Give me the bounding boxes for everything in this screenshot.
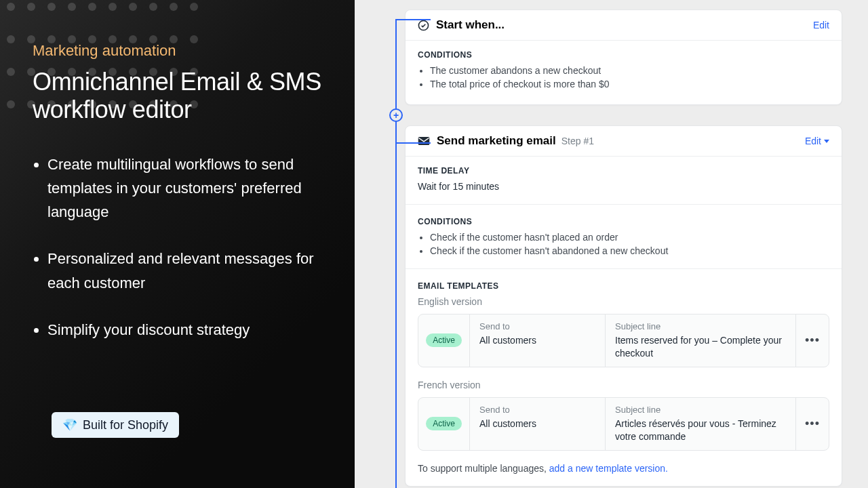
edit-step-button[interactable]: Edit bbox=[805, 136, 829, 146]
status-badge: Active bbox=[426, 333, 462, 347]
chevron-down-icon bbox=[824, 140, 829, 143]
diamond-icon: 💎 bbox=[62, 418, 77, 432]
subject-value: Articles réservés pour vous - Terminez v… bbox=[615, 418, 786, 443]
send-to-value: All customers bbox=[479, 418, 595, 430]
support-hint: To support multiple languages, add a new… bbox=[418, 463, 829, 474]
card-start: Start when... Edit CONDITIONS The custom… bbox=[405, 9, 842, 105]
send-to-value: All customers bbox=[479, 334, 595, 347]
card-title: Send marketing email bbox=[437, 134, 556, 148]
conditions-heading: CONDITIONS bbox=[418, 50, 829, 60]
promo-bullet: Create multilingual workflows to send te… bbox=[47, 152, 319, 224]
promo-bullet: Personalized and relevant messages for e… bbox=[47, 247, 319, 294]
time-delay-heading: TIME DELAY bbox=[418, 166, 829, 176]
send-to-label: Send to bbox=[479, 405, 595, 415]
step-number: Step #1 bbox=[561, 136, 594, 146]
flow-timeline: + bbox=[390, 19, 401, 488]
badge-text: Built for Shopify bbox=[83, 418, 168, 432]
add-template-version-link[interactable]: add a new template version. bbox=[549, 463, 668, 474]
conditions-heading: CONDITIONS bbox=[418, 217, 829, 226]
template-card[interactable]: Active Send to All customers Subject lin… bbox=[418, 314, 829, 367]
promo-bullets: Create multilingual workflows to send te… bbox=[33, 152, 322, 342]
condition-item: The customer abandons a new checkout bbox=[430, 65, 829, 76]
mail-icon bbox=[418, 136, 430, 146]
status-badge: Active bbox=[426, 417, 462, 430]
check-circle-icon bbox=[418, 20, 429, 31]
send-to-label: Send to bbox=[479, 321, 595, 331]
subject-label: Subject line bbox=[615, 405, 786, 415]
condition-item: Check if the customer hasn't placed an o… bbox=[430, 232, 829, 243]
time-delay-value: Wait for 15 minutes bbox=[418, 181, 829, 192]
condition-item: Check if the customer hasn't abandoned a… bbox=[430, 245, 829, 256]
workflow-editor: + Start when... Edit CONDITIONS The cust… bbox=[355, 0, 868, 488]
card-send-email: Send marketing email Step #1 Edit TIME D… bbox=[405, 125, 842, 487]
card-title: Start when... bbox=[436, 18, 505, 32]
email-templates-heading: EMAIL TEMPLATES bbox=[418, 281, 829, 291]
built-for-shopify-badge: 💎 Built for Shopify bbox=[52, 412, 179, 438]
condition-item: The total price of checkout is more than… bbox=[430, 79, 829, 89]
template-version-label: English version bbox=[418, 296, 829, 307]
edit-start-button[interactable]: Edit bbox=[813, 20, 829, 30]
subject-value: Items reserved for you – Complete your c… bbox=[615, 334, 786, 360]
more-actions-icon[interactable]: ••• bbox=[805, 333, 820, 348]
add-step-node[interactable]: + bbox=[389, 108, 403, 122]
promo-bullet: Simplify your discount strategy bbox=[47, 318, 319, 342]
promo-pane: Marketing automation Omnichannel Email &… bbox=[0, 0, 355, 488]
template-card[interactable]: Active Send to All customers Subject lin… bbox=[418, 397, 829, 451]
template-version-label: French version bbox=[418, 380, 829, 390]
more-actions-icon[interactable]: ••• bbox=[805, 417, 820, 431]
decorative-dots bbox=[7, 3, 198, 121]
subject-label: Subject line bbox=[615, 321, 786, 331]
